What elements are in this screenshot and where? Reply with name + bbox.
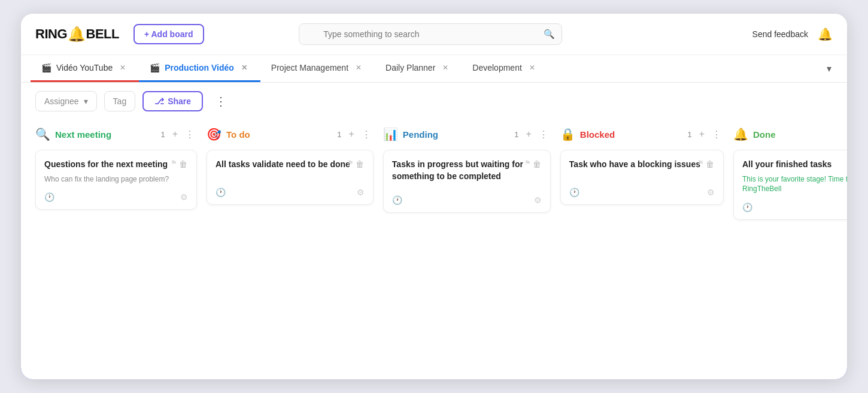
tab-close-dev[interactable]: ✕ xyxy=(527,62,538,73)
more-options-button[interactable]: ⋮ xyxy=(210,92,232,111)
column-menu-blocked[interactable]: ⋮ xyxy=(709,128,724,141)
tab-close-pm[interactable]: ✕ xyxy=(353,62,364,73)
column-menu-todo[interactable]: ⋮ xyxy=(359,128,374,141)
card-title-2: All tasks validate need to be done xyxy=(216,159,350,171)
card-subtitle-5: This is your favorite stage! Time to Rin… xyxy=(742,174,847,195)
card-delete-4[interactable]: 🗑 xyxy=(705,159,715,170)
tag-label: Tag xyxy=(113,96,127,106)
column-add-blocked[interactable]: + xyxy=(697,128,707,141)
card-delete-3[interactable]: 🗑 xyxy=(532,159,542,170)
assignee-dropdown[interactable]: Assignee ▾ xyxy=(35,91,97,111)
tab-label-planner: Daily Planner xyxy=(386,63,435,72)
card-title-4: Task who have a blocking issues xyxy=(569,159,700,171)
tab-production-video[interactable]: 🎬 Production Vidéo ✕ xyxy=(139,55,260,82)
card-clock-icon-4: 🕐 xyxy=(569,188,579,197)
kanban-board: 🔍 Next meeting 1 + ⋮ Questions for the n… xyxy=(21,120,847,379)
card-header-5: All your finished tasks 🗑 xyxy=(742,159,847,171)
card-settings-icon-4[interactable]: ⚙ xyxy=(707,188,715,197)
column-count-todo: 1 xyxy=(337,130,341,139)
card-flag-1: ⚑ xyxy=(171,159,177,167)
column-header-next-meeting: 🔍 Next meeting 1 + ⋮ xyxy=(35,125,197,144)
column-header-todo: 🎯 To do 1 + ⋮ xyxy=(207,125,374,144)
card-flag-2: ⚑ xyxy=(347,159,354,167)
card-title-1: Questions for the next meeting xyxy=(44,159,168,171)
tab-icon-youtube: 🎬 xyxy=(41,63,51,72)
card-header-3: Tasks in progress but waiting for someth… xyxy=(392,159,542,182)
column-count-next-meeting: 1 xyxy=(160,130,165,139)
card-clock-icon-5: 🕐 xyxy=(742,202,752,212)
column-actions-blocked: + ⋮ xyxy=(697,128,724,141)
column-pending: 📊 Pending 1 + ⋮ Tasks in progress but wa… xyxy=(383,125,551,365)
send-feedback-button[interactable]: Send feedback xyxy=(752,29,808,39)
column-actions-todo: + ⋮ xyxy=(347,128,374,141)
column-add-pending[interactable]: + xyxy=(524,128,534,141)
column-menu-next-meeting[interactable]: ⋮ xyxy=(183,128,197,141)
card-footer-3: 🕐 ⚙ xyxy=(392,195,542,205)
tab-icon-production: 🎬 xyxy=(150,63,160,72)
column-icon-next-meeting: 🔍 xyxy=(35,127,50,141)
tab-label-pm: Project Management xyxy=(271,63,348,72)
column-add-next-meeting[interactable]: + xyxy=(170,128,180,141)
card-settings-icon-3[interactable]: ⚙ xyxy=(534,195,542,205)
column-icon-done: 🔔 xyxy=(733,127,748,141)
tab-project-management[interactable]: Project Management ✕ xyxy=(260,55,375,82)
column-next-meeting: 🔍 Next meeting 1 + ⋮ Questions for the n… xyxy=(35,125,197,365)
column-menu-pending[interactable]: ⋮ xyxy=(536,128,551,141)
card-header-2: All tasks validate need to be done 🗑 xyxy=(216,159,365,171)
card-blocking-issues: Task who have a blocking issues 🗑 ⚑ 🕐 ⚙ xyxy=(560,150,724,205)
card-flag-4: ⚑ xyxy=(697,159,704,167)
logo: RING 🔔 BELL xyxy=(35,26,119,43)
logo-bell-icon: 🔔 xyxy=(68,26,86,43)
column-todo: 🎯 To do 1 + ⋮ All tasks validate need to… xyxy=(207,125,374,365)
card-footer-1: 🕐 ⚙ xyxy=(44,192,188,202)
tab-more-button[interactable]: ▾ xyxy=(821,55,837,82)
search-bar: 🔍 xyxy=(299,23,562,45)
tab-close-youtube[interactable]: ✕ xyxy=(117,62,128,73)
card-clock-icon-2: 🕐 xyxy=(216,188,226,197)
tab-label-youtube: Vidéo YouTube xyxy=(56,63,113,72)
search-input[interactable] xyxy=(299,23,562,45)
card-subtitle-1: Who can fix the landing page problem? xyxy=(44,174,188,185)
tab-video-youtube[interactable]: 🎬 Vidéo YouTube ✕ xyxy=(31,55,139,82)
card-settings-icon-1[interactable]: ⚙ xyxy=(180,192,188,202)
card-title-5: All your finished tasks xyxy=(742,159,831,171)
tag-dropdown[interactable]: Tag xyxy=(104,91,136,111)
card-header-4: Task who have a blocking issues 🗑 xyxy=(569,159,715,171)
tab-close-planner[interactable]: ✕ xyxy=(440,62,451,73)
card-clock-icon-1: 🕐 xyxy=(44,192,54,202)
share-icon: ⎇ xyxy=(154,96,164,106)
column-actions-pending: + ⋮ xyxy=(524,128,551,141)
header-right: Send feedback 🔔 xyxy=(752,27,833,41)
logo-text-bell: BELL xyxy=(86,26,119,42)
card-all-finished: All your finished tasks 🗑 ⚑ This is your… xyxy=(733,150,847,220)
column-title-next-meeting: Next meeting xyxy=(55,129,154,140)
tab-label-dev: Development xyxy=(472,63,522,72)
add-board-button[interactable]: + Add board xyxy=(133,24,204,44)
card-settings-icon-2[interactable]: ⚙ xyxy=(357,188,365,197)
column-add-todo[interactable]: + xyxy=(347,128,357,141)
column-title-blocked: Blocked xyxy=(580,129,682,140)
tab-close-production[interactable]: ✕ xyxy=(239,62,250,73)
card-clock-icon-3: 🕐 xyxy=(392,195,402,205)
card-questions-next-meeting: Questions for the next meeting 🗑 ⚑ Who c… xyxy=(35,150,197,210)
card-footer-2: 🕐 ⚙ xyxy=(216,188,365,197)
card-delete-1[interactable]: 🗑 xyxy=(178,159,188,170)
notification-bell-icon[interactable]: 🔔 xyxy=(818,27,833,41)
column-done: 🔔 Done 1 + ⋮ All your finished tasks 🗑 ⚑… xyxy=(733,125,847,365)
card-delete-2[interactable]: 🗑 xyxy=(355,159,365,170)
header: RING 🔔 BELL + Add board 🔍 Send feedback … xyxy=(21,14,847,55)
share-button[interactable]: ⎇ Share xyxy=(142,91,203,111)
card-all-tasks-validate: All tasks validate need to be done 🗑 ⚑ 🕐… xyxy=(207,150,374,205)
column-icon-todo: 🎯 xyxy=(207,127,221,141)
tab-label-production: Production Vidéo xyxy=(165,63,234,72)
card-title-3: Tasks in progress but waiting for someth… xyxy=(392,159,527,182)
card-header-1: Questions for the next meeting 🗑 xyxy=(44,159,188,171)
card-footer-5: 🕐 ⚙ xyxy=(742,202,847,212)
column-count-pending: 1 xyxy=(514,130,518,139)
logo-text-ring: RING xyxy=(35,26,67,42)
share-label: Share xyxy=(168,96,191,106)
tab-development[interactable]: Development ✕ xyxy=(462,55,548,82)
column-actions-next-meeting: + ⋮ xyxy=(170,128,197,141)
tab-daily-planner[interactable]: Daily Planner ✕ xyxy=(375,55,462,82)
column-header-done: 🔔 Done 1 + ⋮ xyxy=(733,125,847,144)
